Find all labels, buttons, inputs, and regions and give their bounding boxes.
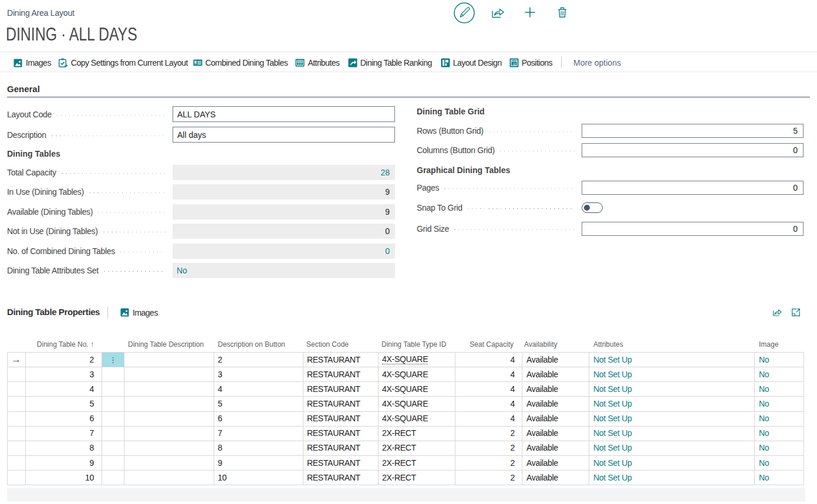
svg-text:12: 12	[512, 62, 516, 66]
